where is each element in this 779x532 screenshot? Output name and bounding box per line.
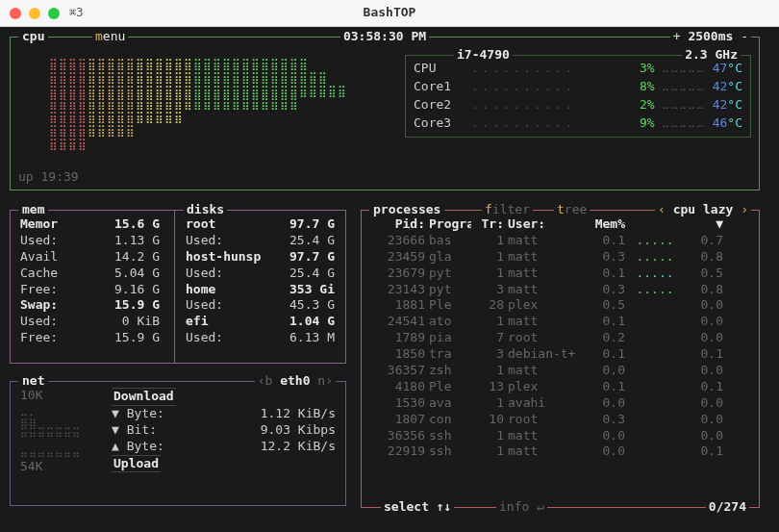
disk-row: Used:6.13 M — [186, 330, 335, 346]
cpu-panel: cpu menu 03:58:30 PM + 2500ms - ⣿⣿⣿⣿⣿⣿⣿⣿… — [10, 37, 760, 190]
window-titlebar: ⌘3 BashTOP — [0, 0, 779, 27]
process-row[interactable]: 1807con10root0.30.0 — [371, 412, 749, 428]
process-position: 0/274 — [706, 499, 749, 516]
tab-indicator: ⌘3 — [69, 6, 83, 21]
window-title: BashTOP — [364, 5, 416, 21]
process-row[interactable]: 23143pyt3matt0.3.....0.8 — [371, 282, 749, 298]
disk-list: root97.7 GUsed:25.4 Ghost-hunsp97.7 GUse… — [176, 211, 344, 352]
disk-row: root97.7 G — [186, 216, 335, 233]
mem-row: Free:9.16 G — [20, 282, 160, 298]
net-row: ▼ Byte:1.12 KiB/s — [112, 406, 336, 422]
upload-label: Upload — [112, 455, 161, 473]
clock: 03:58:30 PM — [340, 29, 429, 45]
traffic-lights — [10, 8, 60, 19]
download-label: Download — [112, 388, 176, 406]
filter-button[interactable]: filter — [482, 202, 533, 218]
disk-row: efi1.04 G — [186, 314, 335, 330]
process-row[interactable]: 36357zsh1matt0.00.0 — [371, 363, 749, 379]
core-row: Core2..........2%⣀⣀⣀⣀⣀42°C — [414, 96, 742, 114]
disk-row: Used:25.4 G — [186, 266, 335, 282]
mem-row: Free:15.9 G — [20, 330, 160, 346]
sort-button[interactable]: ‹ cpu lazy › — [655, 202, 751, 218]
mem-row: Used:1.13 G — [20, 233, 160, 249]
disk-row: Used:45.3 G — [186, 297, 335, 314]
process-row[interactable]: 1789pia7root0.20.0 — [371, 330, 749, 346]
mem-disk-divider — [174, 211, 175, 363]
process-panel: processes filter tree ‹ cpu lazy › Pid: … — [361, 210, 760, 508]
process-row[interactable]: 23666bas1matt0.1.....0.7 — [371, 233, 749, 249]
process-row[interactable]: 1530ava1avahi0.00.0 — [371, 395, 749, 412]
process-row[interactable]: 24541ato1matt0.10.0 — [371, 314, 749, 330]
mem-row: Swap:15.9 G — [20, 297, 160, 314]
process-row[interactable]: 36356ssh1matt0.00.0 — [371, 428, 749, 444]
tree-button[interactable]: tree — [554, 202, 590, 218]
zoom-icon[interactable] — [48, 8, 60, 19]
select-hint: select ↑↓ — [381, 499, 454, 516]
mem-list: Memor15.6 GUsed:1.13 GAvail14.2 GCache5.… — [11, 211, 169, 352]
mem-row: Avail14.2 G — [20, 249, 160, 266]
cpu-label: cpu — [18, 29, 48, 45]
core-row: Core1..........8%⣀⣀⣀⣀⣀42°C — [414, 78, 742, 96]
mem-row: Memor15.6 G — [20, 216, 160, 233]
net-row: ▲ Byte:12.2 KiB/s — [112, 439, 336, 455]
update-interval[interactable]: + 2500ms - — [670, 29, 751, 45]
menu-button[interactable]: menu — [92, 29, 128, 45]
net-panel: net ‹b eth0 n› 10K ⣀⡀⠀⠀⠀⠀⠀ ⣿⣿⣀⣀⣀⣀⣀ ⠛⠛⠛⠛⠛… — [10, 381, 346, 506]
cpu-model: i7-4790 — [454, 47, 513, 63]
processes-label: processes — [369, 202, 444, 218]
info-hint: info ↵ — [496, 499, 547, 516]
core-row: Core3..........9%⣀⣀⣀⣀⣀46°C — [414, 114, 742, 133]
net-label: net — [18, 373, 48, 390]
process-list[interactable]: 23666bas1matt0.1.....0.723459gla1matt0.3… — [371, 233, 749, 460]
mem-row: Used:0 KiB — [20, 314, 160, 330]
close-icon[interactable] — [10, 8, 21, 19]
cpu-graph: ⣿⣿⣿⣿⣿⣿⣿⣿⣿⣿⣿⣿⣿⣿⣿⣿⣿⣿⣿⣿⣿⣿⣿⣿⣿⣿⣿ ⣿⣿⣿⣿⣿⣿⣿⣿⣿⣿⣿⣿… — [49, 59, 347, 152]
disk-row: host-hunsp97.7 G — [186, 249, 335, 266]
net-graph: 10K ⣀⡀⠀⠀⠀⠀⠀ ⣿⣿⣀⣀⣀⣀⣀ ⠛⠛⠛⠛⠛⠛⠛ ⣤⣤⣤⣤⣤⣤⣤ 54K — [20, 388, 112, 475]
process-row[interactable]: 4180Ple13plex0.10.1 — [371, 379, 749, 395]
minimize-icon[interactable] — [29, 8, 40, 19]
uptime: up 19:39 — [18, 169, 79, 186]
cpu-info-subpanel: i7-4790 2.3 GHz CPU..........3%⣀⣀⣀⣀⣀47°C… — [405, 55, 751, 138]
cpu-freq: 2.3 GHz — [682, 47, 741, 63]
process-row[interactable]: 22919ssh1matt0.00.1 — [371, 443, 749, 460]
disk-row: home353 Gi — [186, 282, 335, 298]
process-row[interactable]: 1850tra3debian-t+0.10.1 — [371, 346, 749, 363]
process-row[interactable]: 23679pyt1matt0.1.....0.5 — [371, 266, 749, 282]
mem-row: Cache5.04 G — [20, 266, 160, 282]
net-row: ▼ Bit:9.03 Kibps — [112, 422, 336, 439]
process-header: Pid: Program: Tr: User: Mem% ▼ — [371, 216, 749, 233]
net-iface[interactable]: ‹b eth0 n› — [255, 373, 336, 390]
disk-row: Used:25.4 G — [186, 233, 335, 249]
mem-panel: mem disks Memor15.6 GUsed:1.13 GAvail14.… — [10, 210, 346, 364]
process-row[interactable]: 23459gla1matt0.3.....0.8 — [371, 249, 749, 266]
process-row[interactable]: 1881Ple28plex0.50.0 — [371, 297, 749, 314]
